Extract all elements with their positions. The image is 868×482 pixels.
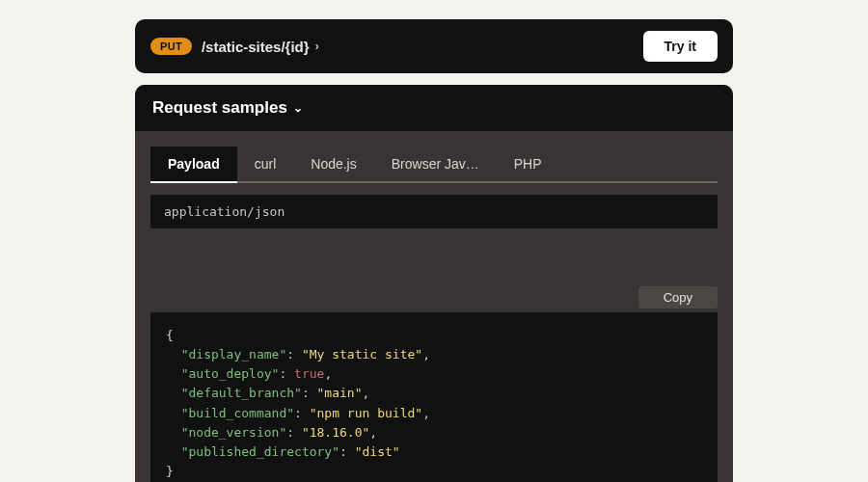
tab-browser-js[interactable]: Browser Jav… bbox=[374, 147, 497, 181]
code-wrap: Copy { "display_name": "My static site",… bbox=[150, 286, 718, 482]
chevron-down-icon: ⌄ bbox=[293, 101, 303, 115]
endpoint-header: PUT /static-sites/{id} › Try it bbox=[135, 19, 733, 73]
tab-php[interactable]: PHP bbox=[497, 147, 559, 181]
request-samples-title: Request samples bbox=[152, 98, 287, 118]
chevron-right-icon: › bbox=[315, 40, 319, 53]
tab-payload[interactable]: Payload bbox=[150, 147, 237, 183]
path-text: /static-sites/{id} bbox=[202, 39, 310, 55]
endpoint-path[interactable]: /static-sites/{id} › bbox=[202, 39, 643, 55]
code-block[interactable]: { "display_name": "My static site", "aut… bbox=[150, 312, 718, 482]
method-badge: PUT bbox=[150, 38, 192, 55]
content-type[interactable]: application/json bbox=[150, 195, 718, 228]
request-samples-header[interactable]: Request samples ⌄ bbox=[135, 85, 733, 131]
request-samples-panel: Request samples ⌄ Payload curl Node.js B… bbox=[135, 85, 733, 482]
copy-button[interactable]: Copy bbox=[638, 286, 718, 308]
try-it-button[interactable]: Try it bbox=[643, 31, 718, 62]
tab-nodejs[interactable]: Node.js bbox=[293, 147, 373, 181]
sample-tabs: Payload curl Node.js Browser Jav… PHP bbox=[150, 147, 718, 183]
tab-curl[interactable]: curl bbox=[237, 147, 294, 181]
